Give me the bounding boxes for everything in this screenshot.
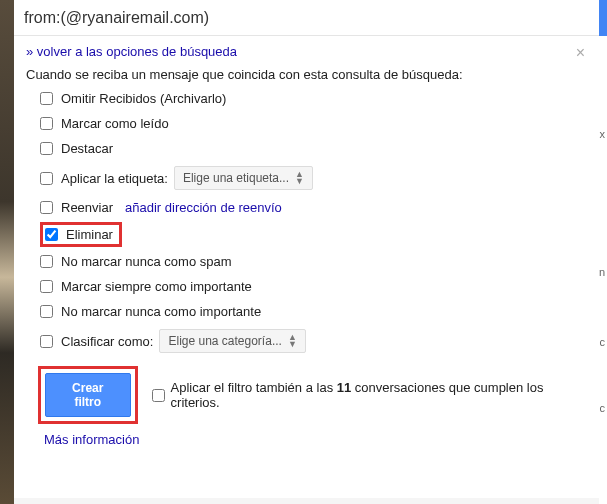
apply-label-checkbox[interactable] (40, 172, 53, 185)
label-select-value: Elige una etiqueta... (183, 171, 289, 185)
apply-also-text: Aplicar el filtro también a las 11 conve… (171, 380, 587, 410)
close-icon[interactable]: × (576, 44, 585, 62)
option-apply-label: Aplicar la etiqueta: Elige una etiqueta.… (40, 161, 587, 195)
option-categorize: Clasificar como: Elige una categoría... … (40, 324, 587, 358)
option-skip-inbox: Omitir Recibidos (Archivarlo) (40, 86, 587, 111)
delete-checkbox[interactable] (45, 228, 58, 241)
option-star: Destacar (40, 136, 587, 161)
never-spam-label: No marcar nunca como spam (61, 254, 232, 269)
forward-checkbox[interactable] (40, 201, 53, 214)
always-important-checkbox[interactable] (40, 280, 53, 293)
apply-also-row: Aplicar el filtro también a las 11 conve… (152, 380, 587, 410)
footer-row: Crear filtro Aplicar el filtro también a… (26, 358, 587, 428)
never-important-label: No marcar nunca como importante (61, 304, 261, 319)
delete-highlight: Eliminar (40, 222, 122, 247)
forward-label: Reenviar (61, 200, 113, 215)
apply-also-pre: Aplicar el filtro también a las (171, 380, 337, 395)
filter-options: Omitir Recibidos (Archivarlo) Marcar com… (26, 82, 587, 358)
star-label: Destacar (61, 141, 113, 156)
search-query-text: from:(@ryanairemail.com) (24, 9, 209, 27)
add-forward-address-link[interactable]: añadir dirección de reenvío (125, 200, 282, 215)
edge-letter: c (600, 336, 606, 348)
edge-letter: c (600, 402, 606, 414)
filter-description: Cuando se reciba un mensaje que coincida… (26, 67, 587, 82)
edge-letter: n (599, 266, 605, 278)
option-always-important: Marcar siempre como importante (40, 274, 587, 299)
create-button-highlight: Crear filtro (38, 366, 138, 424)
apply-also-checkbox[interactable] (152, 389, 165, 402)
updown-icon: ▲▼ (288, 334, 297, 348)
option-forward: Reenviar añadir dirección de reenvío (40, 195, 587, 220)
option-delete: Eliminar (40, 220, 587, 249)
star-checkbox[interactable] (40, 142, 53, 155)
background-list-edge: x n c c (599, 36, 607, 504)
edge-letter: x (600, 128, 606, 140)
apply-also-count: 11 (337, 380, 351, 395)
option-never-spam: No marcar nunca como spam (40, 249, 587, 274)
more-info-link[interactable]: Más información (44, 432, 139, 447)
always-important-label: Marcar siempre como importante (61, 279, 252, 294)
option-never-important: No marcar nunca como importante (40, 299, 587, 324)
label-select[interactable]: Elige una etiqueta... ▲▼ (174, 166, 313, 190)
mark-read-label: Marcar como leído (61, 116, 169, 131)
option-mark-read: Marcar como leído (40, 111, 587, 136)
filter-body: » volver a las opciones de búsqueda × Cu… (14, 36, 599, 455)
categorize-label: Clasificar como: (61, 334, 153, 349)
mark-read-checkbox[interactable] (40, 117, 53, 130)
search-button-edge[interactable] (599, 0, 607, 36)
delete-label: Eliminar (66, 227, 113, 242)
more-info-row: Más información (26, 432, 587, 447)
filter-panel: from:(@ryanairemail.com) » volver a las … (14, 0, 599, 498)
skip-inbox-checkbox[interactable] (40, 92, 53, 105)
skip-inbox-label: Omitir Recibidos (Archivarlo) (61, 91, 226, 106)
apply-label-text: Aplicar la etiqueta: (61, 171, 168, 186)
category-select-value: Elige una categoría... (168, 334, 281, 348)
create-filter-button[interactable]: Crear filtro (45, 373, 131, 417)
background-strip (0, 0, 14, 504)
never-important-checkbox[interactable] (40, 305, 53, 318)
updown-icon: ▲▼ (295, 171, 304, 185)
categorize-checkbox[interactable] (40, 335, 53, 348)
search-bar[interactable]: from:(@ryanairemail.com) (14, 0, 599, 36)
back-to-search-options-link[interactable]: » volver a las opciones de búsqueda (26, 44, 237, 59)
category-select[interactable]: Elige una categoría... ▲▼ (159, 329, 305, 353)
never-spam-checkbox[interactable] (40, 255, 53, 268)
